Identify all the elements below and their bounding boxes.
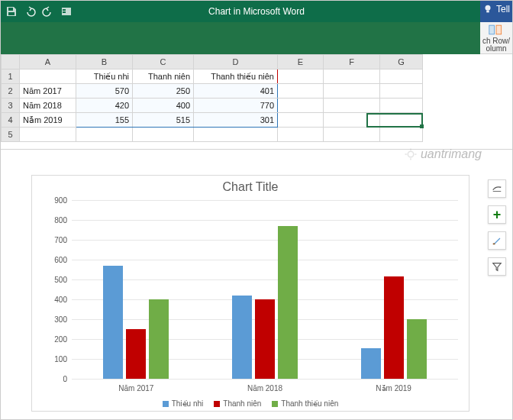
cell-B3[interactable]: 420 [76, 99, 133, 113]
data-sheet[interactable]: A B C D E F G 1 Thiếu nhi Thanh niên Tha… [1, 54, 512, 150]
cell-E3[interactable] [278, 99, 324, 113]
chart-styles-button[interactable] [488, 231, 506, 250]
ribbon-switch-row-col[interactable]: ch Row/ olumn [480, 22, 512, 54]
switch-label-2: olumn [486, 45, 506, 53]
bar-Thanh-thiếu-niên[interactable] [149, 299, 169, 379]
legend-swatch [163, 401, 169, 407]
grid-table[interactable]: A B C D E F G 1 Thiếu nhi Thanh niên Tha… [1, 54, 423, 142]
cell-B1[interactable]: Thiếu nhi [76, 69, 133, 84]
chart-elements-button[interactable]: + [488, 205, 506, 224]
undo-icon[interactable] [24, 5, 36, 18]
chart-title[interactable]: Chart Title [32, 176, 469, 194]
row-2[interactable]: 2 [2, 84, 20, 99]
bar-Thanh-thiếu-niên[interactable] [278, 226, 298, 379]
y-axis-label: 600 [44, 255, 67, 263]
cell-C2[interactable]: 250 [133, 84, 194, 99]
cell-G3[interactable] [380, 99, 423, 113]
cell-F4[interactable] [324, 113, 380, 128]
cell-B4[interactable]: 155 [76, 113, 133, 128]
save-icon[interactable] [5, 5, 18, 18]
col-C[interactable]: C [133, 55, 194, 69]
y-axis-label: 0 [44, 375, 67, 383]
corner-cell[interactable] [2, 55, 20, 69]
bar-Thanh-niên[interactable] [384, 276, 404, 379]
row-5[interactable]: 5 [2, 128, 20, 142]
cell-A4[interactable]: Nắm 2019 [20, 113, 76, 128]
tell-me[interactable]: Tell [482, 4, 510, 15]
svg-rect-4 [63, 11, 66, 13]
cell-D3[interactable]: 770 [194, 99, 278, 113]
cell-A5[interactable] [20, 128, 76, 142]
brush-icon [492, 235, 502, 246]
y-axis-label: 100 [44, 355, 67, 363]
col-G[interactable]: G [380, 55, 423, 69]
bar-Thiếu-nhi[interactable] [361, 348, 381, 379]
y-axis-label: 700 [44, 236, 67, 244]
y-axis-label: 500 [44, 276, 67, 284]
redo-icon[interactable] [42, 5, 54, 18]
cell-G5[interactable] [380, 128, 423, 142]
layout-icon [492, 183, 502, 194]
col-A[interactable]: A [20, 55, 76, 69]
cell-D2[interactable]: 401 [194, 84, 278, 99]
cell-G2[interactable] [380, 84, 423, 99]
cell-E1[interactable] [278, 69, 324, 84]
legend-swatch [272, 401, 278, 407]
cell-F5[interactable] [324, 128, 380, 142]
cell-G1[interactable] [380, 69, 423, 84]
svg-rect-15 [493, 244, 495, 245]
more-icon[interactable] [60, 5, 73, 18]
cell-D5[interactable] [194, 128, 278, 142]
bar-Thiếu-nhi[interactable] [232, 296, 252, 379]
row-1[interactable]: 1 [2, 69, 20, 84]
cell-C5[interactable] [133, 128, 194, 142]
x-axis-label: Năm 2018 [201, 384, 330, 393]
cell-A3[interactable]: Năm 2018 [20, 99, 76, 113]
bar-Thiếu-nhi[interactable] [103, 266, 123, 379]
cell-C3[interactable]: 400 [133, 99, 194, 113]
cell-E4[interactable] [278, 113, 324, 128]
legend-item[interactable]: Thanh niên [214, 399, 261, 408]
col-B[interactable]: B [76, 55, 133, 69]
cell-E2[interactable] [278, 84, 324, 99]
svg-rect-6 [486, 11, 489, 13]
cell-F1[interactable] [324, 69, 380, 84]
bar-Thanh-niên[interactable] [126, 329, 146, 379]
legend-item[interactable]: Thiếu nhi [163, 399, 204, 408]
y-axis-label: 300 [44, 315, 67, 323]
excel-ribbon-placeholder [1, 22, 480, 54]
cell-A2[interactable]: Năm 2017 [20, 84, 76, 99]
x-axis-label: Nắm 2019 [329, 384, 458, 393]
cell-E5[interactable] [278, 128, 324, 142]
col-F[interactable]: F [324, 55, 380, 69]
x-axis-label: Năm 2017 [72, 384, 201, 393]
cell-F2[interactable] [324, 84, 380, 99]
cell-B2[interactable]: 570 [76, 84, 133, 99]
bar-group: Năm 2018 [201, 200, 330, 379]
cell-D1[interactable]: Thanh thiếu niên [194, 69, 278, 84]
bar-Thanh-thiếu-niên[interactable] [407, 319, 427, 379]
bar-Thanh-niên[interactable] [255, 299, 275, 379]
cell-D4[interactable]: 301 [194, 113, 278, 128]
chart-legend[interactable]: Thiếu nhiThanh niênThanh thiếu niên [32, 399, 469, 408]
chart-object[interactable]: Chart Title 0100200300400500600700800900… [31, 175, 469, 412]
chart-layout-button[interactable] [488, 179, 506, 198]
col-D[interactable]: D [194, 55, 278, 69]
cell-C4[interactable]: 515 [133, 113, 194, 128]
bar-group: Nắm 2019 [329, 200, 458, 379]
cell-A1[interactable] [20, 69, 76, 84]
cell-C1[interactable]: Thanh niên [133, 69, 194, 84]
col-E[interactable]: E [278, 55, 324, 69]
cell-G4[interactable] [380, 113, 423, 128]
chart-filter-button[interactable] [488, 257, 506, 276]
chart-plot-area[interactable]: 0100200300400500600700800900Năm 2017Năm … [72, 200, 458, 379]
cell-B5[interactable] [76, 128, 133, 142]
switch-rowcol-icon [489, 24, 504, 36]
cell-F3[interactable] [324, 99, 380, 113]
legend-item[interactable]: Thanh thiếu niên [272, 399, 338, 408]
legend-label: Thiếu nhi [172, 399, 204, 408]
row-4[interactable]: 4 [2, 113, 20, 128]
row-3[interactable]: 3 [2, 99, 20, 113]
bulb-icon [482, 4, 493, 15]
svg-rect-8 [496, 25, 502, 34]
